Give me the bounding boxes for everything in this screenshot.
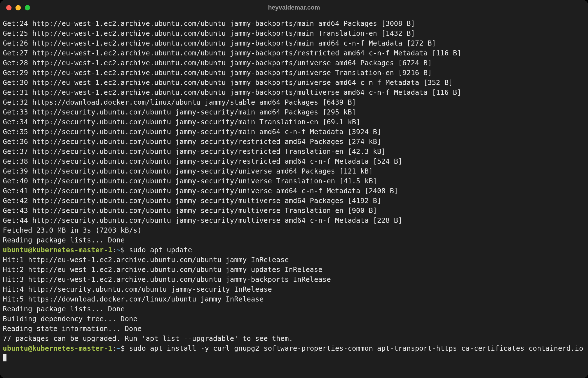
output-line: Get:27 http://eu-west-1.ec2.archive.ubun… <box>3 49 461 57</box>
output-line: 77 packages can be upgraded. Run 'apt li… <box>3 334 293 343</box>
output-line: Reading package lists... Done <box>3 236 125 244</box>
prompt-sep: : <box>112 246 116 254</box>
output-line: Get:31 http://eu-west-1.ec2.archive.ubun… <box>3 88 461 96</box>
close-icon[interactable] <box>6 5 12 10</box>
output-line: Fetched 23.0 MB in 3s (7203 kB/s) <box>3 226 142 234</box>
output-line: Get:36 http://security.ubuntu.com/ubuntu… <box>3 138 381 146</box>
output-line: Get:30 http://eu-west-1.ec2.archive.ubun… <box>3 78 453 87</box>
output-line: Get:28 http://eu-west-1.ec2.archive.ubun… <box>3 59 432 67</box>
minimize-icon[interactable] <box>15 5 21 10</box>
prompt-dollar: $ <box>121 246 129 254</box>
output-line: Get:44 http://security.ubuntu.com/ubuntu… <box>3 216 402 224</box>
output-line: Building dependency tree... Done <box>3 315 137 323</box>
prompt-line: ubuntu@kubernetes-master-1:~$ sudo apt u… <box>3 246 192 254</box>
titlebar: heyvaldemar.com <box>0 0 588 15</box>
output-line: Get:38 http://security.ubuntu.com/ubuntu… <box>3 157 402 165</box>
output-line: Get:41 http://security.ubuntu.com/ubuntu… <box>3 187 398 195</box>
prompt-path: ~ <box>116 246 121 254</box>
output-line: Get:35 http://security.ubuntu.com/ubuntu… <box>3 128 381 136</box>
prompt-sep: : <box>112 344 116 352</box>
output-line: Get:32 https://download.docker.com/linux… <box>3 98 356 106</box>
output-line: Get:39 http://security.ubuntu.com/ubuntu… <box>3 167 373 175</box>
output-line: Get:25 http://eu-west-1.ec2.archive.ubun… <box>3 29 415 37</box>
output-line: Get:24 http://eu-west-1.ec2.archive.ubun… <box>3 19 415 28</box>
output-line: Get:43 http://security.ubuntu.com/ubuntu… <box>3 206 377 215</box>
prompt-dollar: $ <box>121 344 129 352</box>
output-line: Get:33 http://security.ubuntu.com/ubuntu… <box>3 108 356 116</box>
output-line: Hit:3 http://eu-west-1.ec2.archive.ubunt… <box>3 275 331 284</box>
output-line: Hit:5 https://download.docker.com/linux/… <box>3 295 264 303</box>
command-text: sudo apt update <box>129 246 192 254</box>
terminal-body[interactable]: Get:24 http://eu-west-1.ec2.archive.ubun… <box>0 15 588 366</box>
zoom-icon[interactable] <box>25 5 30 10</box>
output-line: Reading state information... Done <box>3 325 142 333</box>
output-line: Get:34 http://security.ubuntu.com/ubuntu… <box>3 118 360 126</box>
command-text: sudo apt install -y curl gnupg2 software… <box>129 344 583 352</box>
prompt-path: ~ <box>116 344 121 352</box>
output-line: Get:26 http://eu-west-1.ec2.archive.ubun… <box>3 39 436 47</box>
output-line: Hit:1 http://eu-west-1.ec2.archive.ubunt… <box>3 256 289 264</box>
output-line: Get:42 http://security.ubuntu.com/ubuntu… <box>3 197 381 205</box>
window-title: heyvaldemar.com <box>0 4 588 11</box>
traffic-lights <box>6 5 30 10</box>
output-line: Get:40 http://security.ubuntu.com/ubuntu… <box>3 177 377 185</box>
output-line: Reading package lists... Done <box>3 305 125 313</box>
terminal-window: heyvaldemar.com Get:24 http://eu-west-1.… <box>0 0 588 378</box>
prompt-user: ubuntu@kubernetes-master-1 <box>3 344 112 352</box>
cursor-icon <box>3 354 6 361</box>
prompt-user: ubuntu@kubernetes-master-1 <box>3 246 112 254</box>
output-line: Get:29 http://eu-west-1.ec2.archive.ubun… <box>3 69 432 77</box>
output-line: Hit:4 http://security.ubuntu.com/ubuntu … <box>3 285 272 293</box>
output-line: Hit:2 http://eu-west-1.ec2.archive.ubunt… <box>3 266 322 274</box>
prompt-line: ubuntu@kubernetes-master-1:~$ sudo apt i… <box>3 344 583 362</box>
output-line: Get:37 http://security.ubuntu.com/ubuntu… <box>3 147 385 156</box>
